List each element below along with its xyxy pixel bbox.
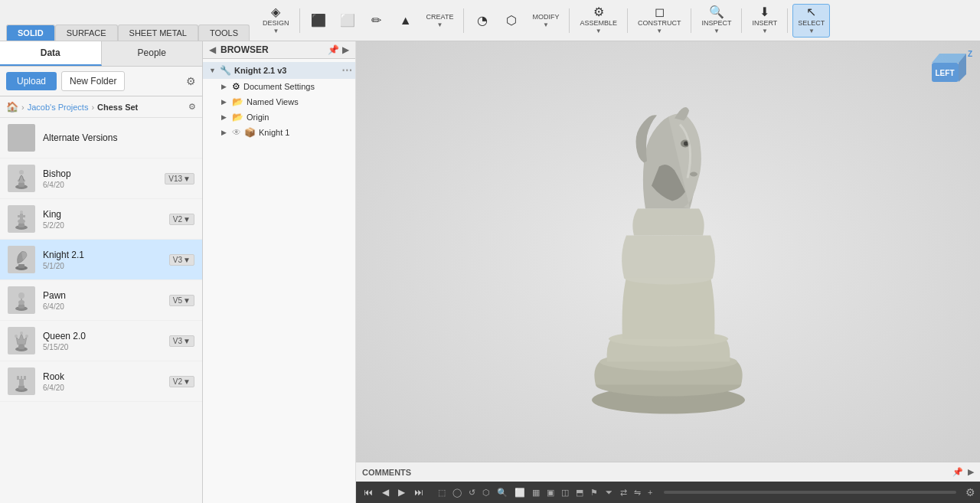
svg-point-16 (18, 292, 24, 299)
tree-arrow-origin: ▶ (221, 113, 229, 121)
comments-bar: COMMENTS 📌 ▶ (356, 462, 980, 482)
pawn-name: Pawn (43, 290, 162, 301)
new-folder-button[interactable]: New Folder (61, 71, 125, 91)
timeline-icon-10[interactable]: ⬒ (573, 486, 586, 499)
browser-pin-icon[interactable]: 📌 (328, 44, 339, 55)
king-version[interactable]: V2 ▼ (169, 214, 194, 225)
view-cube[interactable]: Z LEFT (928, 47, 974, 93)
alternate-thumb (8, 124, 35, 152)
tree-knight1[interactable]: ▶ 👁 📦 Knight 1 (203, 125, 355, 140)
shell-btn[interactable]: ⬡ (498, 4, 525, 38)
home-icon[interactable]: 🏠 (6, 101, 18, 113)
list-item[interactable]: Knight 2.1 5/1/20 V3 ▼ (0, 240, 202, 280)
timeline-rewind-btn[interactable]: ⏮ (361, 485, 376, 499)
tab-people[interactable]: People (102, 41, 203, 66)
tree-arrow-doc: ▶ (221, 83, 229, 90)
timeline-next-btn[interactable]: ⏭ (411, 485, 426, 499)
timeline-play-btn[interactable]: ▶ (395, 485, 408, 499)
timeline-icon-7[interactable]: ▦ (530, 486, 542, 499)
panel-settings-icon[interactable]: ⚙ (186, 75, 196, 87)
tab-data[interactable]: Data (0, 41, 102, 66)
comments-label: COMMENTS (362, 468, 411, 477)
list-item[interactable]: Queen 2.0 5/15/20 V3 ▼ (0, 321, 202, 361)
design-dropdown[interactable]: ◈ DESIGN ▼ (257, 4, 295, 38)
breadcrumb-settings-icon[interactable]: ⚙ (188, 102, 196, 112)
assemble-dropdown[interactable]: ⚙ ASSEMBLE ▼ (574, 4, 622, 38)
timeline-icon-14[interactable]: ⇋ (632, 486, 643, 499)
create-sketch-btn[interactable]: ✏ (363, 4, 390, 38)
bishop-name: Bishop (43, 168, 157, 179)
list-item[interactable]: Rook 6/4/20 V2 ▼ (0, 361, 202, 402)
create-box-btn[interactable]: ⬛ (305, 4, 332, 38)
timeline-icon-12[interactable]: ⏷ (603, 486, 616, 498)
alternate-versions-label: Alternate Versions (43, 132, 194, 143)
timeline-icon-11[interactable]: ⚑ (588, 486, 600, 499)
breadcrumb-projects[interactable]: Jacob's Projects (28, 103, 89, 112)
comments-expand-icon[interactable]: ▶ (968, 467, 974, 477)
viewport-area[interactable]: Z LEFT (356, 41, 980, 462)
tab-sheet-metal[interactable]: SHEET METAL (118, 24, 198, 41)
king-icon (10, 207, 33, 230)
tree-root[interactable]: ▼ 🔧 Knight 2.1 v3 ⋯ (203, 62, 355, 79)
comments-pin-icon[interactable]: 📌 (952, 467, 963, 477)
tree-origin[interactable]: ▶ 📂 Origin (203, 109, 355, 125)
pawn-version[interactable]: V5 ▼ (169, 295, 194, 306)
queen-version[interactable]: V3 ▼ (169, 335, 194, 347)
timeline-icon-1[interactable]: ⬚ (436, 486, 448, 499)
list-item[interactable]: Pawn 6/4/20 V5 ▼ (0, 280, 202, 321)
timeline-icon-9[interactable]: ◫ (559, 486, 571, 499)
select-dropdown[interactable]: ↖ SELECT ▼ (792, 4, 830, 38)
browser-expand-icon[interactable]: ▶ (342, 44, 349, 55)
create-dropdown[interactable]: CREATE ▼ (421, 4, 459, 38)
rook-thumb (8, 367, 35, 395)
insert-dropdown[interactable]: ⬇ INSERT ▼ (746, 4, 782, 38)
view-cube-svg: Z LEFT (928, 47, 974, 93)
mode-tabs: SOLID SURFACE SHEET METAL TOOLS (6, 0, 250, 41)
timeline-icon-8[interactable]: ▣ (544, 486, 557, 499)
list-item[interactable]: Bishop 6/4/20 V13 ▼ (0, 158, 202, 199)
separator-5 (691, 8, 691, 33)
breadcrumb-sep-1: › (21, 103, 24, 112)
list-item[interactable]: King 5/2/20 V2 ▼ (0, 199, 202, 240)
create-extrude-btn[interactable]: ▲ (392, 4, 420, 38)
timeline-icon-3[interactable]: ↺ (466, 486, 478, 499)
timeline-icon-2[interactable]: ◯ (450, 486, 464, 499)
tree-document-settings[interactable]: ▶ ⚙ Document Settings (203, 79, 355, 94)
timeline-icon-15[interactable]: + (645, 486, 655, 498)
inspect-dropdown[interactable]: 🔍 INSPECT ▼ (696, 4, 737, 38)
svg-rect-26 (21, 376, 22, 380)
separator-6 (741, 8, 742, 33)
timeline-track[interactable] (664, 491, 956, 494)
knight-version[interactable]: V3 ▼ (169, 254, 194, 266)
chevron-down-icon: ▼ (273, 28, 279, 34)
bishop-version[interactable]: V13 ▼ (165, 173, 194, 185)
alternate-versions-item[interactable]: Alternate Versions (0, 118, 202, 158)
timeline-prev-btn[interactable]: ◀ (379, 485, 392, 499)
timeline-icon-4[interactable]: ⬡ (480, 486, 492, 499)
tab-solid[interactable]: SOLID (6, 24, 55, 41)
fillet-btn[interactable]: ◔ (469, 4, 496, 38)
browser-collapse-icon[interactable]: ◀ (209, 44, 216, 55)
timeline-settings-icon[interactable]: ⚙ (965, 486, 975, 498)
timeline-icon-5[interactable]: 🔍 (495, 486, 510, 499)
modify-dropdown[interactable]: MODIFY ▼ (527, 4, 564, 38)
king-thumb (8, 205, 35, 233)
pawn-info: Pawn 6/4/20 (43, 290, 162, 311)
tree-root-menu-icon[interactable]: ⋯ (341, 64, 352, 77)
upload-button[interactable]: Upload (6, 72, 57, 90)
rook-info: Rook 6/4/20 (43, 371, 162, 392)
svg-point-21 (25, 335, 28, 338)
tree-named-views[interactable]: ▶ 📂 Named Views (203, 94, 355, 109)
create-cylinder-btn[interactable]: ⬜ (334, 4, 361, 38)
timeline-icon-13[interactable]: ⇄ (618, 486, 629, 499)
rook-date: 6/4/20 (43, 384, 162, 392)
rook-version[interactable]: V2 ▼ (169, 376, 194, 387)
tree-arrow-root: ▼ (209, 67, 217, 74)
chevron-down-icon: ▼ (183, 296, 191, 305)
tab-surface[interactable]: SURFACE (55, 24, 118, 41)
timeline-icon-6[interactable]: ⬜ (512, 486, 528, 499)
queen-name: Queen 2.0 (43, 331, 162, 341)
bishop-icon (10, 167, 33, 190)
tab-tools[interactable]: TOOLS (198, 24, 250, 41)
construct-dropdown[interactable]: ◻ CONSTRUCT ▼ (632, 4, 687, 38)
